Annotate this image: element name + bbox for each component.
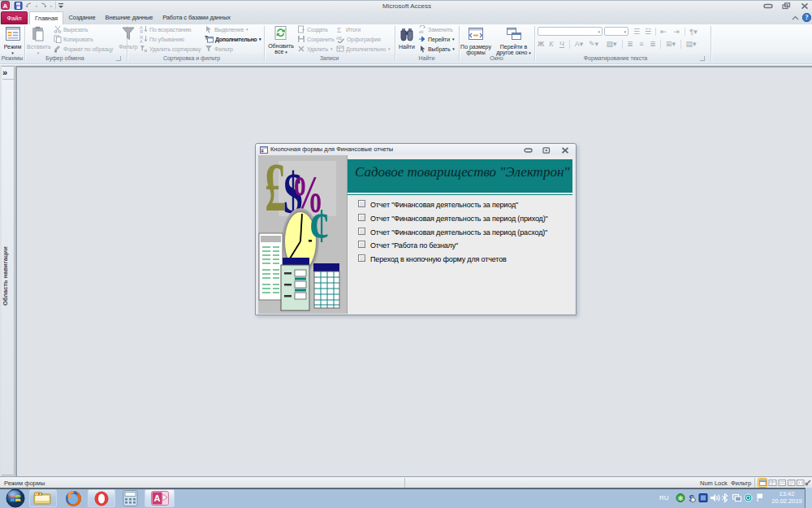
svg-text:¢: ¢ xyxy=(309,198,330,253)
svg-text:✻: ✻ xyxy=(678,495,684,502)
svg-text:A: A xyxy=(3,2,8,10)
svg-text:Σ: Σ xyxy=(337,26,341,33)
svg-text:Я: Я xyxy=(140,29,143,33)
svg-text:£: £ xyxy=(265,155,286,225)
svg-text:ab: ab xyxy=(419,29,424,33)
svg-text:АБ: АБ xyxy=(336,36,343,41)
svg-text:A: A xyxy=(154,493,161,503)
svg-text:А: А xyxy=(140,39,143,43)
svg-text:?: ? xyxy=(806,14,809,21)
